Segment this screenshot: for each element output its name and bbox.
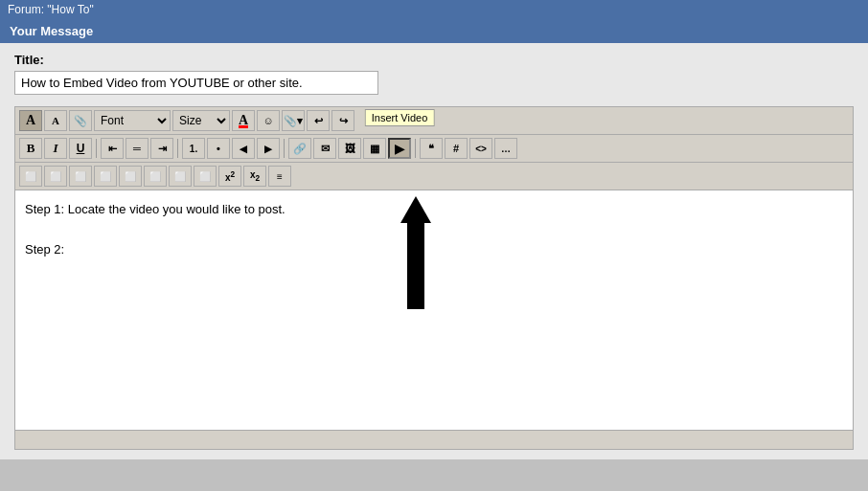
editor-content-area[interactable]: Step 1: Locate the video you would like … [15,190,853,430]
toolbar-row3-btn-superscript[interactable]: x2 [218,166,241,187]
paperclip-icon: 📎 [74,115,87,127]
separator-3 [284,139,285,158]
your-message-header: Your Message [0,19,868,43]
toolbar-btn-outdent[interactable]: ◀ [232,138,255,159]
toolbar-row-1: A A 📎 Font Arial Times New Roman Courier… [15,107,853,135]
row3-icon-1: ⬜ [25,171,36,182]
superscript-icon: x2 [225,169,235,183]
toolbar-btn-align-right[interactable]: ⇥ [150,138,173,159]
separator-2 [177,139,178,158]
toolbar-btn-image[interactable]: 🖼 [338,138,361,159]
font-color-icon: A [239,113,248,128]
toolbar-btn-underline[interactable]: U [69,138,92,159]
more-icon: … [501,144,511,154]
outdent-icon: ◀ [240,144,247,154]
link-icon: 🔗 [293,143,307,155]
a1-icon: A [26,113,35,128]
row3-icon-6: ⬜ [149,171,161,182]
toolbar-btn-align-left[interactable]: ⇤ [101,138,124,159]
subscript-icon: x2 [250,169,260,183]
toolbar-btn-insert-video[interactable]: ▶ [388,138,411,159]
align-center-icon: ═ [133,143,141,154]
toolbar-row3-btn-3[interactable]: ⬜ [69,166,92,187]
undo-icon: ↩ [314,115,323,127]
image-icon: 🖼 [345,143,355,154]
toolbar-row3-btn-6[interactable]: ⬜ [144,166,167,187]
toolbar-btn-indent[interactable]: ▶ [257,138,280,159]
bold-icon: B [27,141,35,156]
toolbar-row3-btn-4[interactable]: ⬜ [94,166,117,187]
toolbar-btn-font-color[interactable]: A [232,110,255,131]
size-select[interactable]: Size 8 10 12 14 [172,110,230,131]
your-message-title: Your Message [10,24,93,38]
page-wrapper: Forum: "How To" Your Message Title: A A … [0,0,868,459]
toolbar-row3-btn-clear[interactable]: ≡ [268,166,291,187]
toolbar-row3-btn-1[interactable]: ⬜ [19,166,42,187]
row3-icon-4: ⬜ [100,171,111,182]
toolbar-btn-more[interactable]: … [494,138,517,159]
smiley-icon: ☺ [263,115,273,126]
editor-footer [15,430,853,449]
a2-icon: A [52,115,59,126]
insert-video-icon: ▶ [395,142,404,156]
row3-icon-2: ⬜ [50,171,61,182]
code-icon: <> [475,144,487,154]
row3-icon-5: ⬜ [125,171,136,182]
title-label: Title: [14,53,854,67]
email-icon: ✉ [321,143,330,155]
toolbar-row-2: B I U ⇤ ═ ⇥ [15,135,853,163]
forum-bar-text: Forum: "How To" [8,3,94,16]
underline-icon: U [77,142,85,155]
toolbar-btn-unordered-list[interactable]: • [207,138,230,159]
toolbar-btn-table[interactable]: ▦ [363,138,386,159]
separator-4 [415,139,416,158]
toolbar-btn-link[interactable]: 🔗 [288,138,311,159]
toolbar-btn-quote[interactable]: ❝ [420,138,443,159]
row3-icon-3: ⬜ [75,171,86,182]
align-right-icon: ⇥ [158,143,167,155]
toolbar-row3-btn-subscript[interactable]: x2 [243,166,266,187]
separator-1 [96,139,97,158]
toolbar-btn-email[interactable]: ✉ [313,138,336,159]
redo-icon: ↪ [339,115,348,127]
toolbar-btn-a1[interactable]: A [19,110,42,131]
toolbar-btn-a2[interactable]: A [44,110,67,131]
form-area: Title: A A 📎 Font Arial Times New Roman [0,43,868,459]
indent-icon: ▶ [264,144,272,154]
row3-icon-8: ⬜ [199,171,211,182]
toolbar-btn-italic[interactable]: I [44,138,67,159]
ol-icon: 1. [190,144,197,154]
align-left-icon: ⇤ [108,143,117,155]
row3-icon-7: ⬜ [174,171,186,182]
toolbar-row-3: ⬜ ⬜ ⬜ ⬜ ⬜ ⬜ ⬜ [15,163,853,190]
forum-bar: Forum: "How To" [0,0,868,19]
clear-formatting-icon: ≡ [277,171,283,182]
table-icon: ▦ [370,143,379,155]
quote-icon: ❝ [428,143,434,155]
toolbar-btn-undo[interactable]: ↩ [307,110,330,131]
toolbar-btn-code[interactable]: <> [469,138,492,159]
toolbar-btn-redo[interactable]: ↪ [331,110,354,131]
toolbar-btn-hash[interactable]: # [445,138,468,159]
toolbar-row3-btn-5[interactable]: ⬜ [119,166,142,187]
attach-icon: 📎▾ [284,115,303,127]
hash-icon: # [453,143,459,154]
editor-container: A A 📎 Font Arial Times New Roman Courier… [14,106,854,450]
toolbar-btn-ordered-list[interactable]: 1. [182,138,205,159]
insert-video-container: Insert Video ▶ [388,138,411,159]
toolbar-row3-btn-7[interactable]: ⬜ [169,166,192,187]
font-select[interactable]: Font Arial Times New Roman Courier [94,110,171,131]
toolbar-btn-bold[interactable]: B [19,138,42,159]
toolbar-row3-btn-8[interactable]: ⬜ [194,166,217,187]
title-input[interactable] [14,71,378,95]
ul-icon: • [217,143,220,154]
toolbar-btn-align-center[interactable]: ═ [126,138,148,159]
italic-icon: I [53,141,57,156]
toolbar-btn-paperclip[interactable]: 📎 [69,110,92,131]
editor-line-2: Step 2: [25,240,843,260]
toolbar-btn-attach-dropdown[interactable]: 📎▾ [282,110,305,131]
toolbar-btn-smiley[interactable]: ☺ [257,110,280,131]
toolbar-row3-btn-2[interactable]: ⬜ [44,166,67,187]
editor-line-1: Step 1: Locate the video you would like … [25,200,843,220]
